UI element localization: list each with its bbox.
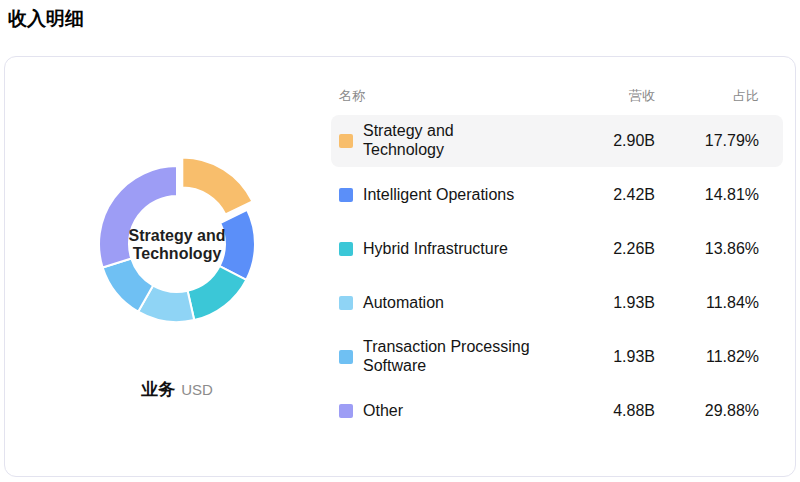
donut-chart xyxy=(77,144,277,344)
legend-swatch xyxy=(339,350,353,364)
table-row-intelligent-operations[interactable]: Intelligent Operations 2.42B 14.81% xyxy=(331,169,783,221)
segment-share: 14.81% xyxy=(655,186,783,204)
page-title: 收入明细 xyxy=(8,6,84,32)
segment-revenue: 2.26B xyxy=(565,240,655,258)
table-row-transaction-processing-software[interactable]: Transaction Processing Software 1.93B 11… xyxy=(331,331,783,383)
segment-revenue: 2.42B xyxy=(565,186,655,204)
table-row-automation[interactable]: Automation 1.93B 11.84% xyxy=(331,277,783,329)
segment-name: Strategy and Technology xyxy=(363,122,531,160)
legend-table: 名称 营收 占比 Strategy and Technology 2.90B 1… xyxy=(331,81,783,437)
table-body: Strategy and Technology 2.90B 17.79% Int… xyxy=(331,115,783,437)
segment-name: Other xyxy=(363,402,403,421)
table-header-row: 名称 营收 占比 xyxy=(331,81,783,111)
segment-share: 17.79% xyxy=(655,132,783,150)
header-revenue: 营收 xyxy=(565,87,655,105)
donut-chart-wrap xyxy=(77,144,277,344)
legend-swatch xyxy=(339,296,353,310)
segment-share: 11.82% xyxy=(655,348,783,366)
header-share: 占比 xyxy=(655,87,783,105)
unit-label: USD xyxy=(181,381,213,398)
legend-swatch xyxy=(339,242,353,256)
segment-share: 11.84% xyxy=(655,294,783,312)
segment-share: 13.86% xyxy=(655,240,783,258)
table-row-other[interactable]: Other 4.88B 29.88% xyxy=(331,385,783,437)
header-name: 名称 xyxy=(331,87,565,105)
segment-name: Hybrid Infrastructure xyxy=(363,240,508,259)
dimension-label: 业务 xyxy=(141,380,175,399)
segment-share: 29.88% xyxy=(655,402,783,420)
segment-revenue: 4.88B xyxy=(565,402,655,420)
segment-name: Transaction Processing Software xyxy=(363,338,531,376)
segment-name: Automation xyxy=(363,294,444,313)
segment-revenue: 1.93B xyxy=(565,348,655,366)
segment-name: Intelligent Operations xyxy=(363,186,514,205)
table-row-strategy-and-technology[interactable]: Strategy and Technology 2.90B 17.79% xyxy=(331,115,783,167)
donut-segment-0[interactable] xyxy=(182,158,252,215)
legend-swatch xyxy=(339,188,353,202)
donut-caption: 业务USD xyxy=(57,378,297,401)
revenue-breakdown-card: Strategy and Technology 业务USD 名称 营收 占比 S… xyxy=(4,56,796,477)
segment-revenue: 2.90B xyxy=(565,132,655,150)
legend-swatch xyxy=(339,404,353,418)
table-row-hybrid-infrastructure[interactable]: Hybrid Infrastructure 2.26B 13.86% xyxy=(331,223,783,275)
segment-revenue: 1.93B xyxy=(565,294,655,312)
donut-segment-5[interactable] xyxy=(99,166,177,268)
legend-swatch xyxy=(339,134,353,148)
